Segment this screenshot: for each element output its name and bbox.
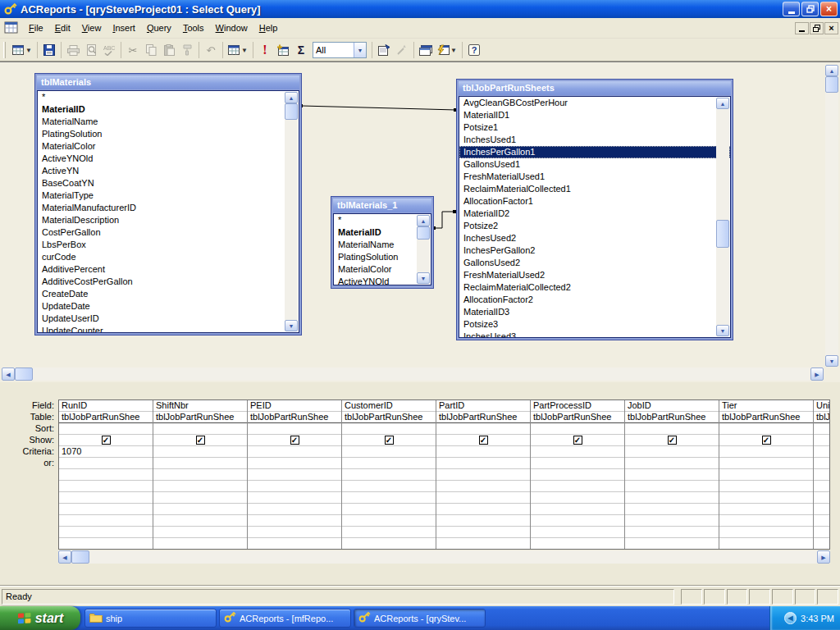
field-list-window-tblMaterials[interactable]: tblMaterials ▲ ▼ *MaterialIDMaterialName…: [34, 73, 302, 336]
empty-cell[interactable]: [153, 469, 247, 481]
scroll-left-icon[interactable]: ◀: [2, 368, 15, 381]
empty-cell[interactable]: [814, 504, 829, 515]
empty-cell[interactable]: [59, 504, 153, 515]
menu-item-edit[interactable]: Edit: [49, 21, 76, 35]
empty-cell[interactable]: [342, 538, 436, 550]
field-cell[interactable]: PartID: [436, 400, 530, 412]
field-item[interactable]: ActiveYNOld: [38, 153, 299, 165]
cut-button[interactable]: ✂: [124, 41, 142, 59]
empty-cell[interactable]: [153, 538, 247, 550]
show-cell[interactable]: [814, 435, 829, 446]
new-object-button[interactable]: ▼: [435, 41, 459, 59]
empty-cell[interactable]: [59, 538, 153, 550]
field-item[interactable]: InchesUsed2: [459, 232, 730, 244]
criteria-cell[interactable]: [436, 446, 530, 458]
table-cell[interactable]: tblJobPartRunShee: [625, 412, 719, 423]
empty-cell[interactable]: [814, 492, 829, 504]
empty-cell[interactable]: [153, 515, 247, 527]
filter-combobox[interactable]: All ▼: [313, 42, 367, 58]
scroll-down-icon[interactable]: ▼: [716, 325, 729, 336]
field-item[interactable]: curCode: [38, 251, 299, 263]
empty-cell[interactable]: [248, 492, 341, 504]
empty-cell[interactable]: [814, 469, 829, 481]
menu-item-view[interactable]: View: [76, 21, 107, 35]
field-item[interactable]: UpdateDate: [38, 300, 299, 313]
field-item[interactable]: MaterialID2: [459, 208, 730, 220]
empty-cell[interactable]: [436, 504, 530, 515]
field-cell[interactable]: JobID: [625, 400, 719, 412]
sort-cell[interactable]: [625, 423, 719, 435]
empty-cell[interactable]: [436, 515, 530, 527]
empty-cell[interactable]: [814, 538, 829, 549]
or-cell[interactable]: [153, 458, 247, 469]
show-cell[interactable]: ✓: [625, 435, 719, 446]
empty-cell[interactable]: [342, 504, 436, 515]
print-button[interactable]: [64, 41, 82, 59]
criteria-cell[interactable]: [625, 446, 719, 458]
empty-cell[interactable]: [531, 515, 624, 527]
save-button[interactable]: [40, 41, 58, 59]
scrollbar-track[interactable]: [716, 248, 729, 325]
field-item[interactable]: AvgCleanGBCostPerHour: [459, 97, 730, 109]
empty-cell[interactable]: [531, 538, 624, 550]
empty-cell[interactable]: [248, 481, 341, 492]
scrollbar-thumb[interactable]: [15, 368, 33, 381]
empty-cell[interactable]: [531, 527, 624, 538]
empty-cell[interactable]: [342, 492, 436, 504]
table-cell[interactable]: tblJobPartRunShee: [153, 412, 247, 423]
grid-horizontal-scrollbar[interactable]: ◀ ▶: [58, 550, 830, 564]
mdi-minimize-button[interactable]: [795, 22, 809, 34]
field-item[interactable]: GallonsUsed2: [459, 257, 730, 269]
field-list-title[interactable]: tblJobPartRunSheets: [459, 81, 731, 95]
scroll-down-icon[interactable]: ▼: [417, 272, 430, 284]
or-cell[interactable]: [625, 458, 719, 469]
empty-cell[interactable]: [436, 492, 530, 504]
menu-item-insert[interactable]: Insert: [107, 21, 141, 35]
empty-cell[interactable]: [719, 492, 813, 504]
show-checkbox[interactable]: ✓: [762, 436, 771, 445]
or-cell[interactable]: [59, 458, 153, 469]
scroll-left-icon[interactable]: ◀: [58, 550, 71, 564]
or-cell[interactable]: [531, 458, 624, 469]
empty-cell[interactable]: [719, 538, 813, 550]
empty-cell[interactable]: [342, 469, 436, 481]
restore-button[interactable]: [801, 2, 819, 16]
empty-cell[interactable]: [625, 481, 719, 492]
empty-cell[interactable]: [531, 469, 624, 481]
copy-button[interactable]: [142, 41, 160, 59]
view-button[interactable]: ▼: [10, 41, 34, 59]
field-item[interactable]: MaterialName: [38, 116, 299, 128]
field-item[interactable]: AllocationFactor2: [459, 294, 730, 306]
field-cell[interactable]: PEID: [248, 400, 341, 412]
empty-cell[interactable]: [59, 492, 153, 504]
field-item[interactable]: Potsize3: [459, 318, 730, 331]
help-button[interactable]: ?: [465, 41, 483, 59]
field-item[interactable]: PlatingSolution: [38, 128, 299, 140]
field-item[interactable]: MaterialDescription: [38, 214, 299, 226]
empty-cell[interactable]: [625, 527, 719, 538]
sort-cell[interactable]: [342, 423, 436, 435]
sort-cell[interactable]: [531, 423, 624, 435]
scroll-up-icon[interactable]: ▲: [285, 92, 298, 103]
query-type-button[interactable]: ▼: [226, 41, 250, 59]
minimize-button[interactable]: [783, 2, 800, 16]
empty-cell[interactable]: [59, 481, 153, 492]
scroll-up-icon[interactable]: ▲: [825, 65, 838, 76]
show-cell[interactable]: ✓: [153, 435, 247, 446]
scroll-right-icon[interactable]: ▶: [817, 550, 830, 564]
empty-cell[interactable]: [59, 527, 153, 538]
field-list-window-tblMaterials_1[interactable]: tblMaterials_1 ▲ ▼ *MaterialIDMaterialNa…: [331, 196, 434, 289]
field-list-window-tblJobPartRunSheets[interactable]: tblJobPartRunSheets ▲ ▼ AvgCleanGBCostPe…: [456, 79, 733, 340]
taskbar-task-3[interactable]: ACReports - [qryStev...: [354, 609, 486, 628]
show-checkbox[interactable]: ✓: [102, 436, 111, 445]
field-cell[interactable]: UnitP: [814, 400, 829, 412]
tray-chevron-icon[interactable]: ◀: [784, 612, 797, 624]
show-checkbox[interactable]: ✓: [573, 436, 582, 445]
empty-cell[interactable]: [342, 515, 436, 527]
scrollbar-track[interactable]: [716, 109, 729, 220]
field-item[interactable]: GallonsUsed1: [459, 158, 730, 171]
field-item[interactable]: InchesUsed1: [459, 134, 730, 146]
run-button[interactable]: !: [256, 41, 274, 59]
scrollbar-track[interactable]: [285, 120, 298, 320]
menu-item-file[interactable]: File: [23, 21, 49, 35]
